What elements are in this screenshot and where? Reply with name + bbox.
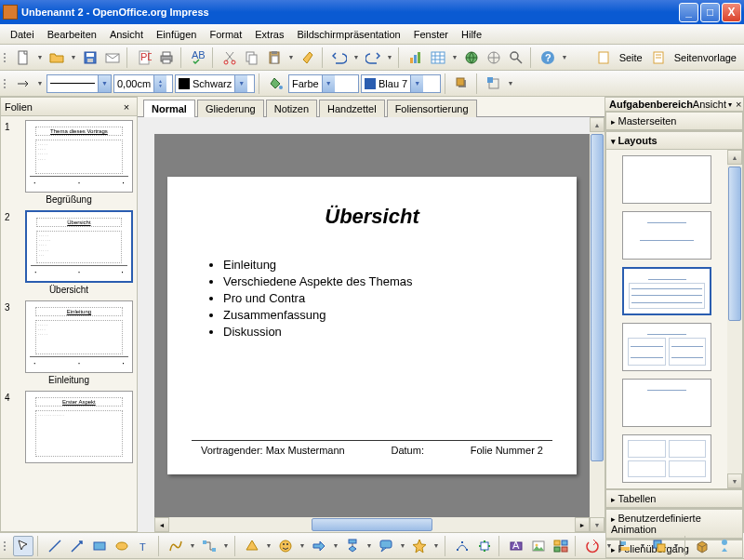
redo-dropdown[interactable]: ▼ — [385, 47, 394, 68]
paste-dropdown[interactable]: ▼ — [286, 47, 296, 68]
paste-icon[interactable] — [264, 47, 285, 68]
minimize-button[interactable]: _ — [679, 3, 698, 22]
spellcheck-icon[interactable]: ABC — [188, 47, 208, 68]
glue-points-icon[interactable] — [474, 536, 495, 556]
callouts-icon[interactable] — [376, 536, 396, 556]
connector-dropdown[interactable]: ▼ — [221, 536, 231, 556]
line-style-select[interactable]: ▼ — [46, 74, 112, 93]
new-dropdown[interactable]: ▼ — [35, 47, 45, 68]
basic-shapes-dropdown[interactable]: ▼ — [264, 536, 273, 556]
slide-body[interactable]: Einleitung Verschiedene Aspekte des Them… — [192, 246, 552, 440]
line-tool-icon[interactable] — [45, 536, 65, 556]
navigator-icon[interactable] — [484, 47, 504, 68]
toolbar-grip[interactable] — [4, 75, 9, 92]
menu-fenster[interactable]: Fenster — [408, 26, 454, 43]
rotate-icon[interactable] — [582, 536, 603, 556]
points-icon[interactable] — [452, 536, 472, 556]
layout-two-content[interactable] — [622, 323, 711, 371]
layouts-scrollbar[interactable]: ▲▼ — [727, 150, 742, 488]
copy-icon[interactable] — [242, 47, 262, 68]
callouts-dropdown[interactable]: ▼ — [398, 536, 407, 556]
menu-extras[interactable]: Extras — [249, 26, 289, 43]
extrusion-icon[interactable] — [692, 536, 712, 556]
menu-bearbeiten[interactable]: Bearbeiten — [42, 26, 102, 43]
undo-dropdown[interactable]: ▼ — [352, 47, 361, 68]
layout-title[interactable] — [622, 211, 711, 260]
fontwork-icon[interactable]: A — [506, 536, 526, 556]
zoom-icon[interactable] — [506, 47, 526, 68]
page-template-icon[interactable] — [648, 47, 669, 68]
section-layouts[interactable]: Layouts — [606, 132, 742, 150]
cut-icon[interactable] — [219, 47, 240, 68]
curve-dropdown[interactable]: ▼ — [188, 536, 197, 556]
slide-thumb-3[interactable]: 3Einleitung· · · · ·· · · ·· · · · ····E… — [5, 300, 133, 385]
line-width-field[interactable]: 0,00cm▲▼ — [113, 74, 173, 93]
maximize-button[interactable]: □ — [700, 3, 720, 22]
horizontal-scrollbar[interactable]: ◄► — [154, 517, 590, 532]
format-paintbrush-icon[interactable] — [298, 47, 318, 68]
menu-bildschirmpraesentation[interactable]: Bildschirmpräsentation — [291, 26, 405, 43]
table-dropdown[interactable]: ▼ — [450, 47, 459, 68]
help-dropdown[interactable]: ▼ — [560, 47, 569, 68]
slide-title[interactable]: Übersicht — [192, 195, 552, 246]
save-icon[interactable] — [80, 47, 100, 68]
print-icon[interactable] — [156, 47, 177, 68]
tab-handzettel[interactable]: Handzettel — [319, 100, 385, 117]
menu-einfuegen[interactable]: Einfügen — [151, 26, 202, 43]
crop-icon[interactable] — [484, 73, 504, 94]
tab-foliensortierung[interactable]: Foliensortierung — [387, 100, 477, 117]
menu-datei[interactable]: Datei — [5, 26, 40, 43]
page-template-link[interactable]: Seitenvorlage — [671, 52, 740, 63]
block-arrows-icon[interactable] — [309, 536, 329, 556]
menu-format[interactable]: Format — [204, 26, 247, 43]
basic-shapes-icon[interactable] — [242, 536, 262, 556]
slides-panel-close-icon[interactable]: × — [120, 100, 133, 113]
select-tool-icon[interactable] — [13, 536, 33, 556]
close-button[interactable]: X — [722, 3, 741, 22]
page-icon[interactable] — [593, 47, 614, 68]
arrange-icon[interactable] — [649, 536, 670, 556]
connector-tool-icon[interactable] — [199, 536, 219, 556]
tab-gliederung[interactable]: Gliederung — [197, 100, 264, 117]
slide-thumb-1[interactable]: 1Thema dieses Vortrags· · · · ·· · · ·· … — [5, 120, 133, 205]
task-panel-close-icon[interactable]: × — [736, 98, 741, 111]
section-animation[interactable]: Benutzerdefinierte Animation — [606, 510, 742, 539]
ellipse-tool-icon[interactable] — [112, 536, 132, 556]
page-link[interactable]: Seite — [616, 52, 646, 63]
arrow-style-dropdown[interactable]: ▼ — [35, 73, 45, 94]
vertical-scrollbar[interactable]: ▲▼ — [590, 117, 604, 532]
hyperlink-icon[interactable] — [461, 47, 482, 68]
line-color-select[interactable]: Schwarz▼ — [175, 74, 255, 93]
rectangle-tool-icon[interactable] — [89, 536, 110, 556]
align-dropdown[interactable]: ▼ — [638, 536, 647, 556]
arrow-line-tool-icon[interactable] — [67, 536, 87, 556]
layout-2x2[interactable] — [622, 434, 711, 483]
new-document-icon[interactable] — [13, 47, 33, 68]
rotate-dropdown[interactable]: ▼ — [604, 536, 614, 556]
slide-thumb-2[interactable]: 2Übersicht· · · · ·· · · · · ·· · · ·· ·… — [5, 210, 133, 295]
fill-type-select[interactable]: Farbe▼ — [288, 74, 359, 93]
flowchart-dropdown[interactable]: ▼ — [365, 536, 374, 556]
stars-icon[interactable] — [409, 536, 430, 556]
task-view-dropdown-icon[interactable]: ▾ — [728, 100, 732, 109]
stars-dropdown[interactable]: ▼ — [432, 536, 441, 556]
section-tabellen[interactable]: Tabellen — [606, 490, 742, 508]
layout-blank[interactable] — [622, 155, 711, 204]
toolbar-grip[interactable] — [4, 538, 9, 554]
email-icon[interactable] — [102, 47, 123, 68]
block-arrows-dropdown[interactable]: ▼ — [331, 536, 340, 556]
fill-bucket-icon[interactable] — [266, 73, 286, 94]
arrange-dropdown[interactable]: ▼ — [671, 536, 681, 556]
table-icon[interactable] — [428, 47, 448, 68]
tab-notizen[interactable]: Notizen — [266, 100, 317, 117]
open-dropdown[interactable]: ▼ — [69, 47, 78, 68]
shadow-icon[interactable] — [452, 73, 472, 94]
tab-normal[interactable]: Normal — [143, 100, 195, 117]
layout-title-only[interactable] — [622, 379, 711, 427]
undo-icon[interactable] — [329, 47, 350, 68]
chart-icon[interactable] — [405, 47, 426, 68]
slide-canvas[interactable]: Übersicht Einleitung Verschiedene Aspekt… — [154, 134, 590, 517]
task-view-link[interactable]: Ansicht — [693, 99, 726, 110]
menu-hilfe[interactable]: Hilfe — [456, 26, 487, 43]
symbol-shapes-dropdown[interactable]: ▼ — [298, 536, 307, 556]
